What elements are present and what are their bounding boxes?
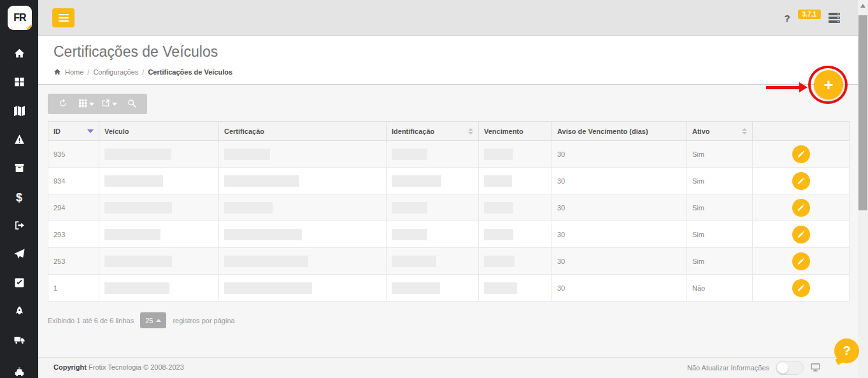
export-button[interactable] bbox=[97, 94, 120, 114]
table-row: 294 30 Sim bbox=[48, 194, 850, 221]
sidebar-item-home[interactable] bbox=[0, 43, 38, 65]
cell-ativo: Sim bbox=[687, 141, 753, 168]
redacted-value bbox=[224, 202, 273, 214]
add-certification-button[interactable]: + bbox=[814, 70, 843, 99]
sidebar-item-archive[interactable] bbox=[0, 158, 38, 180]
redacted-value bbox=[392, 175, 441, 187]
home-icon bbox=[14, 48, 25, 61]
refresh-toggle[interactable] bbox=[776, 361, 804, 375]
breadcrumb-config-link[interactable]: Configurações bbox=[93, 68, 138, 76]
pagination-summary: Exibindo 1 até 6 de 6 linhas bbox=[48, 317, 134, 324]
cell-vencimento bbox=[479, 275, 552, 302]
cell-identificacao bbox=[387, 194, 479, 221]
archive-icon bbox=[14, 163, 25, 176]
cell-veiculo bbox=[99, 168, 219, 194]
table-row: 253 30 Sim bbox=[48, 248, 850, 275]
sign-out-icon bbox=[14, 220, 25, 233]
redacted-value bbox=[104, 202, 172, 214]
breadcrumb: Home / Configurações / Certificações de … bbox=[53, 68, 232, 76]
table-row: 934 30 Sim bbox=[48, 168, 850, 194]
pencil-icon bbox=[797, 229, 805, 240]
cell-aviso: 30 bbox=[552, 168, 687, 194]
help-bubble-button[interactable]: ? bbox=[834, 338, 859, 363]
pencil-icon bbox=[797, 149, 805, 159]
dollar-icon: $ bbox=[16, 191, 22, 205]
redacted-value bbox=[104, 229, 160, 240]
frotix-logo[interactable]: FR bbox=[8, 6, 32, 30]
cell-vencimento bbox=[479, 221, 552, 248]
sidebar-item-modules[interactable] bbox=[0, 72, 38, 94]
search-icon bbox=[127, 99, 136, 110]
cell-id: 253 bbox=[48, 248, 99, 275]
search-button[interactable] bbox=[120, 94, 143, 114]
cell-vencimento bbox=[479, 248, 552, 275]
cell-identificacao bbox=[387, 221, 479, 248]
column-header-identificacao[interactable]: Identificação bbox=[387, 122, 479, 141]
sidebar-item-exit[interactable] bbox=[0, 215, 38, 237]
alert-triangle-icon bbox=[14, 134, 25, 147]
redacted-value bbox=[224, 175, 299, 187]
columns-button[interactable] bbox=[75, 94, 97, 114]
sidebar-item-taxi[interactable] bbox=[0, 362, 38, 378]
server-status-icon[interactable] bbox=[829, 13, 840, 23]
chevron-down-icon bbox=[89, 103, 94, 106]
cell-id: 934 bbox=[48, 168, 99, 194]
cell-ativo: Sim bbox=[687, 221, 753, 248]
edit-row-button[interactable] bbox=[792, 226, 810, 244]
cell-id: 294 bbox=[48, 194, 99, 221]
breadcrumb-home-link[interactable]: Home bbox=[65, 68, 83, 76]
sidebar-item-truck[interactable] bbox=[0, 330, 38, 352]
topbar: ? 3.7.1 bbox=[38, 0, 858, 36]
sidebar-item-map[interactable] bbox=[0, 101, 38, 122]
footer: Copyright Frotix Tecnologia © 2008-2023 … bbox=[38, 357, 858, 378]
column-header-aviso[interactable]: Aviso de Vencimento (dias) bbox=[552, 122, 687, 141]
cell-veiculo bbox=[99, 248, 219, 275]
edit-row-button[interactable] bbox=[792, 279, 810, 297]
help-icon[interactable]: ? bbox=[785, 13, 790, 24]
vertical-scrollbar[interactable] bbox=[858, 0, 868, 378]
edit-row-button[interactable] bbox=[792, 199, 810, 217]
refresh-toggle-label: Não Atualizar Informações bbox=[687, 364, 769, 372]
monitor-icon[interactable] bbox=[810, 363, 821, 374]
rocket-icon bbox=[14, 306, 25, 319]
scrollbar-thumb[interactable] bbox=[858, 15, 867, 210]
annotation-arrow bbox=[766, 86, 799, 89]
sidebar-item-finance[interactable]: $ bbox=[0, 187, 38, 208]
redacted-value bbox=[392, 202, 427, 214]
redacted-value bbox=[392, 229, 427, 240]
paper-plane-icon bbox=[14, 249, 25, 262]
toggle-knob bbox=[777, 362, 788, 374]
sidebar-item-send[interactable] bbox=[0, 244, 38, 266]
check-square-icon bbox=[14, 277, 25, 291]
redacted-value bbox=[392, 256, 436, 267]
certifications-table: ID Veículo Certificação Identificação Ve… bbox=[48, 121, 850, 302]
chevron-up-icon bbox=[156, 319, 161, 322]
cell-identificacao bbox=[387, 275, 479, 302]
sort-icon bbox=[468, 128, 473, 134]
menu-toggle-button[interactable] bbox=[52, 8, 75, 27]
column-header-id[interactable]: ID bbox=[48, 122, 99, 141]
scroll-up-icon[interactable] bbox=[860, 4, 865, 8]
redacted-value bbox=[224, 282, 312, 294]
table-toolbar bbox=[48, 94, 147, 114]
column-header-certificacao[interactable]: Certificação bbox=[219, 122, 387, 141]
sidebar-item-tasks[interactable] bbox=[0, 273, 38, 294]
column-header-vencimento[interactable]: Vencimento bbox=[479, 122, 552, 141]
redacted-value bbox=[484, 229, 513, 240]
edit-row-button[interactable] bbox=[792, 252, 810, 270]
sidebar-item-rocket[interactable] bbox=[0, 302, 38, 323]
sidebar-item-alerts[interactable] bbox=[0, 129, 38, 151]
page-size-selector[interactable]: 25 bbox=[140, 312, 166, 328]
refresh-button[interactable] bbox=[52, 94, 75, 114]
cell-ativo: Não bbox=[687, 275, 753, 302]
column-header-ativo[interactable]: Ativo bbox=[687, 122, 753, 141]
cell-identificacao bbox=[387, 168, 479, 194]
cell-vencimento bbox=[479, 168, 552, 194]
edit-row-button[interactable] bbox=[792, 145, 810, 163]
column-header-veiculo[interactable]: Veículo bbox=[99, 122, 219, 141]
truck-icon bbox=[14, 335, 25, 348]
export-icon bbox=[101, 99, 110, 110]
cell-aviso: 30 bbox=[552, 141, 687, 168]
pencil-icon bbox=[797, 283, 805, 293]
edit-row-button[interactable] bbox=[792, 172, 810, 190]
